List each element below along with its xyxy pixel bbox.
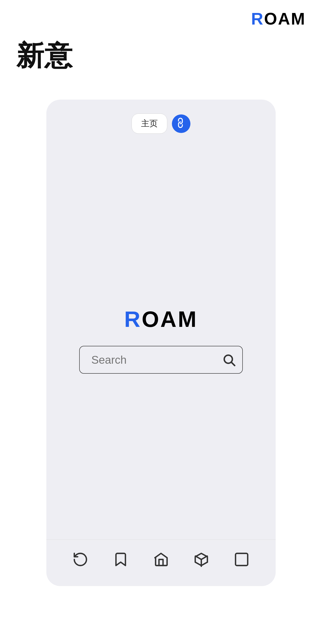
device-logo: ROAM bbox=[124, 306, 198, 332]
bookmark-icon bbox=[112, 551, 129, 568]
logo-r-letter: R bbox=[251, 10, 264, 28]
link-icon bbox=[174, 116, 188, 131]
refresh-nav-item[interactable] bbox=[70, 549, 91, 570]
home-button[interactable]: 主页 bbox=[132, 114, 167, 134]
device-bottombar bbox=[46, 540, 276, 586]
device-topbar: 主页 bbox=[46, 100, 276, 140]
home-nav-item[interactable] bbox=[150, 549, 172, 570]
svg-line-1 bbox=[232, 362, 235, 366]
search-container bbox=[79, 346, 243, 374]
home-icon bbox=[153, 551, 169, 568]
svg-rect-3 bbox=[236, 554, 248, 566]
refresh-icon bbox=[72, 551, 88, 568]
cube-nav-item[interactable] bbox=[191, 549, 212, 570]
square-nav-item[interactable] bbox=[231, 549, 252, 570]
cube-icon bbox=[193, 551, 210, 568]
device-logo-r: R bbox=[124, 307, 142, 332]
top-logo: ROAM bbox=[251, 9, 306, 28]
search-input[interactable] bbox=[79, 346, 243, 374]
device-frame: 主页 ROAM bbox=[46, 100, 276, 586]
link-button[interactable] bbox=[172, 114, 190, 133]
bookmark-nav-item[interactable] bbox=[110, 549, 131, 570]
device-content: ROAM bbox=[46, 140, 276, 540]
search-button[interactable] bbox=[222, 353, 236, 367]
logo-rest: OAM bbox=[264, 10, 306, 28]
search-icon bbox=[222, 353, 236, 367]
page-title: 新意 bbox=[16, 37, 73, 75]
square-icon bbox=[234, 551, 250, 568]
device-logo-rest: OAM bbox=[142, 307, 198, 332]
